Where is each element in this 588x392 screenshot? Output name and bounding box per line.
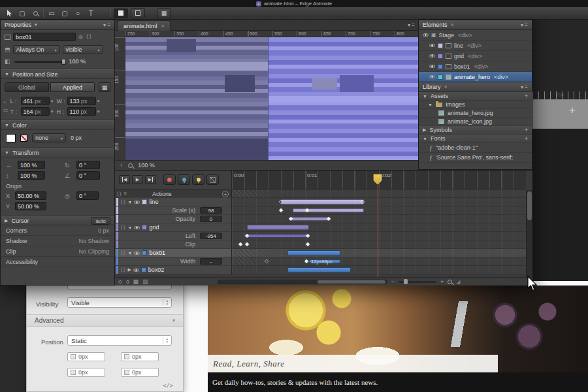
position-size-section-header[interactable]: ▼ Position and Size [1,69,114,79]
keyframe-icon[interactable]: ◇ [361,199,365,205]
expand-icon[interactable]: ▶ [127,267,131,272]
opacity-slider[interactable] [14,61,65,63]
library-font-item[interactable]: ƒ "adobe-clean-1" [419,143,532,153]
zoom-level[interactable]: 100 % [138,162,155,169]
link-icon[interactable]: ⋄ [51,109,56,114]
animation-span-bar[interactable] [247,225,309,230]
opacity-value[interactable]: 100 % [69,58,86,65]
keyframe-icon[interactable]: ◇ [265,258,269,265]
display-mode-filled-button[interactable] [114,8,128,18]
scale-y-field[interactable]: 100 % [18,171,45,180]
timeline-prop-left[interactable]: Left -954 ◆ ◆ [115,232,526,240]
stage-tab[interactable]: animate.html × [118,20,171,31]
visibility-eye-icon[interactable] [133,269,139,272]
element-row-box01[interactable]: box01 <div> [419,61,532,72]
element-row-animate-hero[interactable]: animate_hero <div> [419,72,532,82]
library-image-item[interactable]: animate_hero.jpg [419,109,532,118]
offset-field-bottom[interactable]: 0px [67,368,105,377]
opacity-slider-knob[interactable] [61,59,66,65]
corners-row[interactable]: Corners 0 px [1,225,114,236]
border-color-swatch[interactable] [20,135,27,142]
animation-span-bar[interactable] [287,267,351,272]
keyframe-icon[interactable]: ◆ [305,207,309,214]
animation-span-bar[interactable] [281,199,364,204]
shadow-row[interactable]: Shadow No Shadow [1,236,114,246]
link-icon[interactable]: ⋄ [97,109,102,114]
global-button[interactable]: Global [5,82,49,92]
panel-close-icon[interactable]: × [444,84,448,90]
color-section-header[interactable]: ▼ Color [1,120,114,130]
scrollbar-thumb[interactable] [318,280,385,284]
link-icon[interactable]: ⋄ [97,99,102,104]
transform-section-header[interactable]: ▼ Transform [1,148,114,157]
width-field[interactable]: 133 px [67,97,96,105]
zoom-out-icon[interactable]: − [391,278,395,285]
visibility-eye-icon[interactable] [134,201,140,204]
fill-color-swatch[interactable] [6,134,16,142]
keyframe-icon[interactable]: ◆ [245,241,249,248]
keyframe-icon[interactable]: ◆ [238,241,242,248]
zoom-slider-knob[interactable] [404,279,408,284]
transition-bar[interactable] [247,234,309,238]
collapse-icon[interactable]: ▼ [127,225,132,230]
element-row-line[interactable]: line <div> [419,41,532,51]
keyframe-icon[interactable]: ◆ [245,233,249,239]
panel-menu-icon[interactable]: ▾ ≡ [521,22,528,28]
show-keyframes-icon[interactable]: ◇ [118,279,122,285]
add-action-icon[interactable]: + [222,191,229,197]
class-button[interactable]: ◎ [78,34,83,40]
background-add-button[interactable]: + [569,104,576,117]
rectangle-tool[interactable]: ▭ [46,8,57,18]
clip-row[interactable]: Clip No Clipping [1,246,114,257]
rounded-rectangle-tool[interactable]: ▢ [59,8,70,18]
stage-canvas[interactable] [125,37,418,160]
timeline-track-box01[interactable]: {} ▼ box01 [115,249,526,257]
cursor-section-header[interactable]: ▶ Cursor auto [1,216,114,225]
offset-field-top[interactable]: 0px [67,352,105,361]
code-view-icon[interactable]: </> [163,382,173,389]
select-tool[interactable] [4,8,14,18]
size-icon[interactable]: ▭ [3,107,8,113]
top-field[interactable]: 164 px [21,107,50,116]
applied-button[interactable]: Applied [50,82,95,92]
library-images-folder[interactable]: ▼ Images [419,101,532,109]
element-row-stage[interactable]: ▣ Stage <div> [419,30,532,41]
position-icon[interactable]: + [3,99,8,105]
origin-y-field[interactable]: 50.00 % [15,202,46,210]
grid-toggle-icon[interactable]: ▦ [133,278,139,285]
add-asset-icon[interactable]: + [525,93,528,99]
element-id-input[interactable]: box01 [13,33,76,41]
border-style-dropdown[interactable]: none▾ [32,133,66,142]
transform-tool[interactable]: ▢ [17,8,27,18]
visibility-eye-icon[interactable] [429,75,435,78]
auto-transition-mode-button[interactable] [178,174,190,185]
keyframe-icon[interactable]: ◆ [306,233,310,239]
property-value[interactable]: -954 [200,233,222,239]
scale-x-field[interactable]: 100 % [18,161,45,169]
rotate-field[interactable]: 0 ° [76,161,100,169]
panel-menu-icon[interactable]: ▾ ≡ [103,22,110,28]
element-row-grid[interactable]: grid <div> [419,51,532,61]
library-image-item[interactable]: animate_icon.jpg [419,118,532,126]
zoom-tool[interactable] [30,8,41,18]
transition-bar[interactable] [291,217,330,221]
animation-span-bar[interactable] [287,250,340,255]
crosshair-icon[interactable]: + [120,162,123,169]
visibility-eye-icon[interactable] [134,252,140,255]
timeline-zoom-slider[interactable] [399,281,436,283]
collapse-icon[interactable]: ▼ [127,251,132,255]
library-font-item[interactable]: ƒ 'Source Sans Pro', sans-serif; [419,153,532,163]
visibility-eye-icon[interactable] [429,54,435,57]
columns-toggle-icon[interactable]: ▥ [142,278,148,285]
skew-field[interactable]: 0 ° [76,171,100,180]
library-panel-header[interactable]: Library × ▾ ≡ [419,82,532,92]
zoom-fit-icon[interactable] [448,280,452,284]
tab-close-icon[interactable]: × [161,23,165,29]
properties-panel-header[interactable]: Properties ▾ ▾ ≡ [1,20,114,30]
display-mode-grid-button[interactable]: ▦ [157,8,171,18]
keyframe-icon[interactable]: ◆ [327,216,331,222]
timeline-prop-clip[interactable]: Clip ◆ ◆ ◆ [115,240,526,249]
offset-field-left[interactable]: 0px [121,368,159,377]
play-button[interactable]: ▶ [132,175,143,184]
offset-field-right[interactable]: 0px [121,352,159,361]
